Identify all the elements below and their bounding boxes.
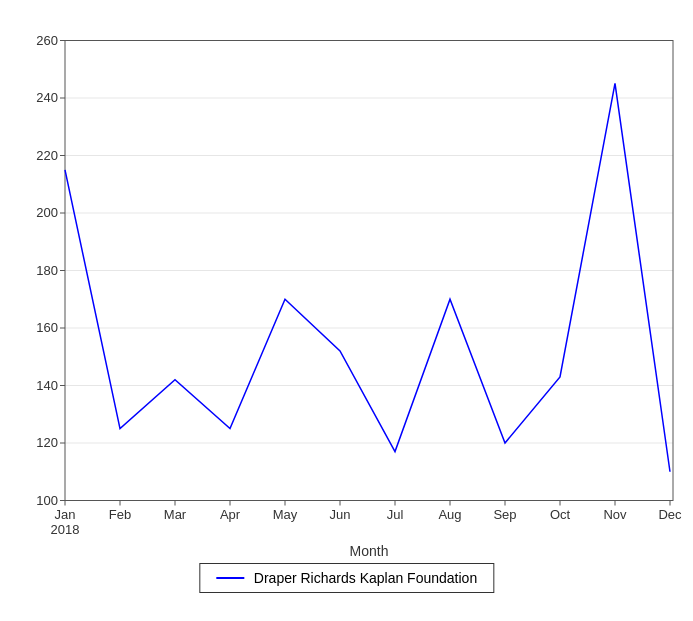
y-tick-260: 260 xyxy=(36,33,58,48)
x-label-jan: Jan xyxy=(55,507,76,522)
y-tick-160: 160 xyxy=(36,320,58,335)
x-label-mar: Mar xyxy=(164,507,187,522)
legend-line-draper xyxy=(216,577,244,579)
x-axis-label: Month xyxy=(350,543,389,559)
line-chart: 260 240 220 200 180 160 140 120 100 Jan … xyxy=(0,0,693,621)
x-label-may: May xyxy=(273,507,298,522)
x-label-nov: Nov xyxy=(603,507,627,522)
y-tick-220: 220 xyxy=(36,148,58,163)
data-line-draper xyxy=(65,83,670,471)
x-label-sep: Sep xyxy=(493,507,516,522)
y-tick-200: 200 xyxy=(36,205,58,220)
legend-label-draper: Draper Richards Kaplan Foundation xyxy=(254,570,477,586)
chart-legend: Draper Richards Kaplan Foundation xyxy=(199,563,494,593)
y-tick-140: 140 xyxy=(36,378,58,393)
x-label-feb: Feb xyxy=(109,507,131,522)
x-label-apr: Apr xyxy=(220,507,241,522)
x-label-2018: 2018 xyxy=(51,522,80,537)
y-tick-100: 100 xyxy=(36,493,58,508)
x-label-jul: Jul xyxy=(387,507,404,522)
y-tick-240: 240 xyxy=(36,90,58,105)
y-tick-180: 180 xyxy=(36,263,58,278)
x-label-jun: Jun xyxy=(330,507,351,522)
x-label-aug: Aug xyxy=(438,507,461,522)
y-tick-120: 120 xyxy=(36,435,58,450)
x-label-dec: Dec xyxy=(658,507,682,522)
chart-container: 260 240 220 200 180 160 140 120 100 Jan … xyxy=(0,0,693,621)
x-label-oct: Oct xyxy=(550,507,571,522)
